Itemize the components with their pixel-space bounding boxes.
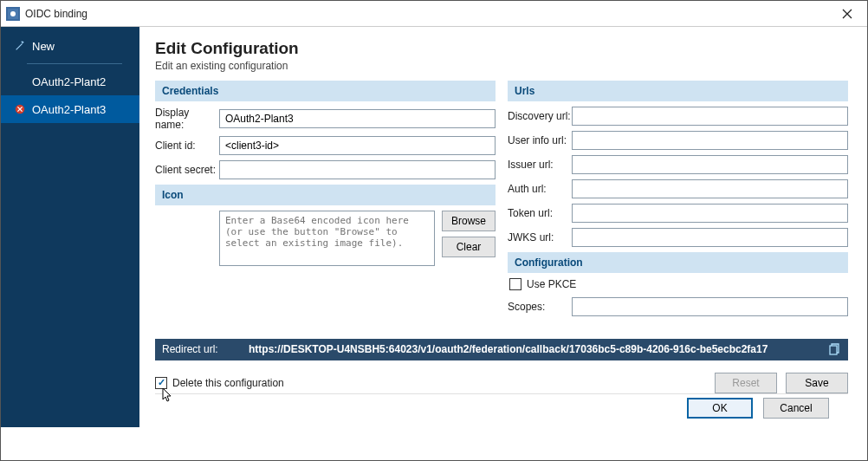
browse-button[interactable]: Browse <box>442 211 496 231</box>
label-display-name: Display name: <box>155 107 219 131</box>
sidebar-item-label: OAuth2-Plant2 <box>32 75 106 88</box>
delete-config-checkbox[interactable] <box>155 377 167 389</box>
redirect-label: Redirect url: <box>162 343 249 355</box>
section-configuration: Configuration <box>508 252 848 273</box>
save-button[interactable]: Save <box>786 373 848 393</box>
page-title: Edit Configuration <box>155 39 848 58</box>
sidebar-item-plant2[interactable]: OAuth2-Plant2 <box>1 68 139 95</box>
label-scopes: Scopes: <box>508 301 572 313</box>
wand-icon <box>13 39 27 53</box>
redirect-url-value: https://DESKTOP-U4NSBH5:64023/v1/oauth2/… <box>249 343 820 355</box>
redirect-bar: Redirect url: https://DESKTOP-U4NSBH5:64… <box>155 339 848 360</box>
window-title: OIDC binding <box>25 8 87 20</box>
svg-point-1 <box>10 11 16 16</box>
icon-textarea[interactable] <box>219 211 435 266</box>
sidebar-item-plant3[interactable]: OAuth2-Plant3 <box>1 95 139 123</box>
label-userinfo-url: User info url: <box>508 134 572 146</box>
svg-point-2 <box>23 42 24 43</box>
section-icon: Icon <box>155 185 496 205</box>
label-token-url: Token url: <box>508 207 572 219</box>
auth-url-input[interactable] <box>572 179 848 198</box>
sidebar-new[interactable]: New <box>1 32 139 60</box>
issuer-url-input[interactable] <box>572 155 848 174</box>
reset-button[interactable]: Reset <box>715 373 777 393</box>
delete-config-label: Delete this configuration <box>172 377 284 389</box>
sidebar-new-label: New <box>32 40 55 53</box>
token-url-input[interactable] <box>572 204 848 223</box>
sidebar: New OAuth2-Plant2 OAuth2-Plant3 <box>1 27 139 427</box>
ok-button[interactable]: OK <box>687 398 753 419</box>
use-pkce-checkbox[interactable] <box>509 278 521 290</box>
scopes-input[interactable] <box>572 297 848 316</box>
copy-icon[interactable] <box>826 341 841 357</box>
blank-status-icon <box>13 75 27 88</box>
close-button[interactable] <box>827 1 867 27</box>
client-secret-input[interactable] <box>219 160 496 179</box>
client-id-input[interactable] <box>219 136 496 155</box>
section-urls: Urls <box>508 81 848 101</box>
userinfo-url-input[interactable] <box>572 131 848 150</box>
section-credentials: Credentials <box>155 81 496 101</box>
label-auth-url: Auth url: <box>508 183 572 195</box>
clear-button[interactable]: Clear <box>442 237 496 257</box>
display-name-input[interactable] <box>219 109 496 128</box>
label-discovery-url: Discovery url: <box>508 110 572 122</box>
label-jwks-url: JWKS url: <box>508 231 572 243</box>
label-issuer-url: Issuer url: <box>508 159 572 171</box>
label-client-id: Client id: <box>155 140 219 152</box>
page-subtitle: Edit an existing configuration <box>155 60 848 72</box>
jwks-url-input[interactable] <box>572 228 848 247</box>
app-icon <box>6 7 20 21</box>
label-client-secret: Client secret: <box>155 164 219 176</box>
use-pkce-label: Use PKCE <box>527 278 576 290</box>
sidebar-item-label: OAuth2-Plant3 <box>32 103 106 116</box>
error-icon <box>13 102 27 116</box>
discovery-url-input[interactable] <box>572 107 848 126</box>
svg-rect-4 <box>830 346 837 354</box>
cancel-button[interactable]: Cancel <box>763 398 829 419</box>
